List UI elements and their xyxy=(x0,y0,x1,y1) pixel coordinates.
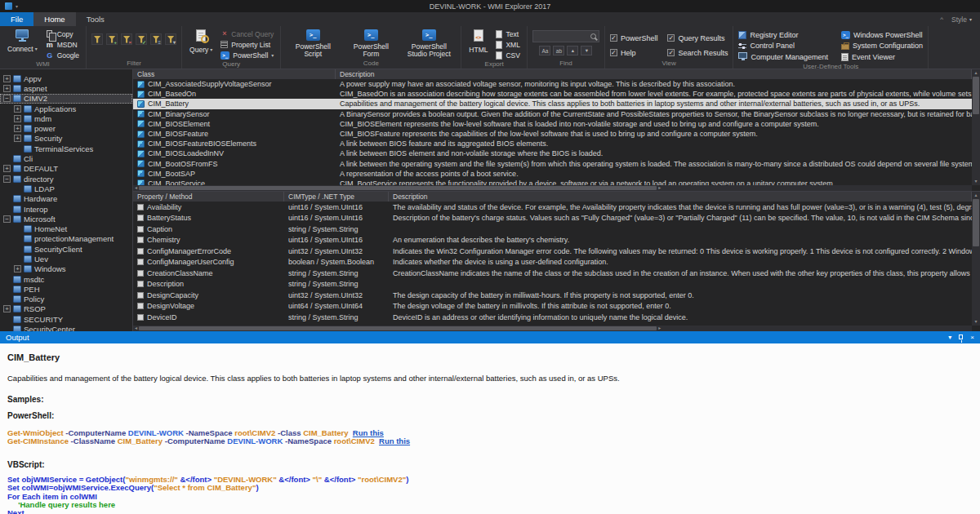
scrollbar-thumb[interactable] xyxy=(973,199,979,246)
class-row[interactable]: CIM_BIOSLoadedInNVA link between BIOS el… xyxy=(133,148,972,158)
csv-export-button[interactable]: CSV xyxy=(494,50,521,60)
tree-item-aspnet[interactable]: +aspnet xyxy=(0,83,132,93)
view-option-query-results[interactable]: ✓Query Results xyxy=(667,32,728,44)
find-input[interactable] xyxy=(536,33,588,41)
checkbox-checked-icon[interactable]: ✓ xyxy=(610,49,617,56)
class-row[interactable]: CIM_BasedOnCIM_BasedOn is an association… xyxy=(133,89,972,99)
tree-item-power[interactable]: +power xyxy=(0,123,132,133)
expand-icon[interactable]: + xyxy=(14,105,21,113)
tool-control-panel[interactable]: Control Panel xyxy=(738,41,828,52)
tree-item-microsoft[interactable]: −Microsoft xyxy=(0,214,132,224)
property-list-vertical-scrollbar[interactable]: ▴ ▾ xyxy=(972,192,980,326)
xml-export-button[interactable]: XML xyxy=(494,39,521,50)
column-header-property-method[interactable]: Property / Method xyxy=(133,192,284,202)
class-row[interactable]: CIM_BootOSFromFSA link between the opera… xyxy=(133,159,972,169)
property-row[interactable]: CreationClassNamestring / System.StringC… xyxy=(133,268,972,279)
ribbon-collapse-icon[interactable]: ^ xyxy=(940,16,943,23)
scroll-down-icon[interactable]: ▾ xyxy=(974,318,977,326)
expand-icon[interactable]: + xyxy=(14,265,21,273)
scroll-left-icon[interactable]: ◂ xyxy=(135,185,137,191)
scrollbar-thumb[interactable] xyxy=(973,77,979,114)
tree-item-interop[interactable]: Interop xyxy=(0,204,132,214)
scroll-right-icon[interactable]: ▸ xyxy=(658,185,661,191)
collapse-icon[interactable]: − xyxy=(3,215,11,223)
expand-icon[interactable]: + xyxy=(14,135,21,142)
collapse-icon[interactable]: − xyxy=(3,175,11,183)
query-button[interactable]: Query▾ xyxy=(187,28,215,54)
apply-filter-icon[interactable] xyxy=(136,33,147,45)
connect-button[interactable]: Connect▾ xyxy=(5,28,40,53)
checkbox-checked-icon[interactable]: ✓ xyxy=(667,34,675,42)
scroll-up-icon[interactable]: ▴ xyxy=(974,192,977,199)
html-export-button[interactable]: HTML xyxy=(466,28,490,54)
collapse-icon[interactable]: − xyxy=(3,95,11,102)
tool-system-configuration[interactable]: System Configuration xyxy=(841,41,923,52)
class-row[interactable]: CIM_BIOSFeatureCIM_BIOSFeature represent… xyxy=(133,129,972,139)
tree-item-security[interactable]: +Security xyxy=(0,134,132,144)
tree-item-protectionmanagement[interactable]: protectionManagement xyxy=(0,234,132,244)
tree-item-terminalservices[interactable]: TerminalServices xyxy=(0,144,132,153)
expand-icon[interactable]: + xyxy=(14,115,21,122)
class-row[interactable]: CIM_BIOSElementCIM_BIOSElement represent… xyxy=(133,119,972,129)
tree-item-directory[interactable]: −directory xyxy=(0,174,132,184)
tree-item-default[interactable]: +DEFAULT xyxy=(0,164,132,174)
class-row[interactable]: CIM_BootSAPA representation of the acces… xyxy=(133,169,972,179)
run-this-link[interactable]: Run this xyxy=(379,436,410,445)
match-case-icon[interactable]: Aa xyxy=(539,46,550,55)
window-position-icon[interactable]: ▾ xyxy=(948,335,951,341)
tree-item-policy[interactable]: Policy xyxy=(0,295,132,304)
property-row[interactable]: BatteryStatusuint16 / System.UInt16Descr… xyxy=(133,213,972,224)
close-icon[interactable]: × xyxy=(970,335,974,341)
class-row[interactable]: CIM_BIOSFeatureBIOSElementsA link betwee… xyxy=(133,139,972,148)
filter-options-icon[interactable] xyxy=(165,33,176,45)
expand-icon[interactable]: + xyxy=(3,165,11,172)
property-row[interactable]: ConfigManagerUserConfigboolean / System.… xyxy=(133,257,972,268)
column-header-class[interactable]: Class xyxy=(133,69,336,79)
class-row[interactable]: CIM_BinarySensorA BinarySensor provides … xyxy=(133,109,972,119)
powershell-studio-project-button[interactable]: PowerShell Studio Project xyxy=(402,28,456,58)
tree-item-uev[interactable]: Uev xyxy=(0,254,132,264)
scroll-down-icon[interactable]: ▾ xyxy=(974,178,977,185)
find-search-box[interactable] xyxy=(532,30,599,42)
tool-event-viewer[interactable]: Event Viewer xyxy=(841,51,923,63)
text-export-button[interactable]: Text xyxy=(494,29,521,39)
class-list-vertical-scrollbar[interactable]: ▴ ▾ xyxy=(972,69,980,185)
tree-item-appv[interactable]: +Appv xyxy=(0,73,132,83)
tree-item-securityclient[interactable]: SecurityClient xyxy=(0,244,132,254)
property-row[interactable]: Descriptionstring / System.String xyxy=(133,279,972,290)
tree-item-cli[interactable]: Cli xyxy=(0,153,132,163)
expand-icon[interactable]: + xyxy=(3,85,11,92)
style-selector[interactable]: Style ▾ xyxy=(951,16,972,24)
tree-item-hardware[interactable]: Hardware xyxy=(0,194,132,204)
column-header-description[interactable]: Description xyxy=(389,192,972,202)
scrollbar-thumb[interactable] xyxy=(139,326,657,330)
scrollbar-thumb[interactable] xyxy=(139,186,657,190)
class-list-horizontal-scrollbar[interactable]: ◂ ▸ xyxy=(133,185,972,191)
expand-icon[interactable]: + xyxy=(3,305,11,312)
powershell-menu-button[interactable]: PowerShell▾ xyxy=(219,50,275,60)
powershell-form-button[interactable]: PowerShell Form xyxy=(344,28,398,58)
scroll-up-icon[interactable]: ▴ xyxy=(974,69,977,77)
class-row[interactable]: CIM_BatteryCapabilities and management o… xyxy=(133,99,972,109)
tree-item-ldap[interactable]: LDAP xyxy=(0,184,132,193)
tool-registry-editor[interactable]: Registry Editor xyxy=(738,29,828,41)
tree-item-mdm[interactable]: +mdm xyxy=(0,113,132,123)
property-list-horizontal-scrollbar[interactable]: ◂ ▸ xyxy=(133,326,972,331)
property-row[interactable]: ConfigManagerErrorCodeuint32 / System.UI… xyxy=(133,246,972,257)
tree-item-securitycenter[interactable]: SecurityCenter xyxy=(0,324,132,331)
view-option-search-results[interactable]: ✓Search Results xyxy=(667,47,728,59)
checkbox-checked-icon[interactable]: ✓ xyxy=(667,49,675,56)
run-this-link[interactable]: Run this xyxy=(353,428,384,437)
powershell-script-button[interactable]: PowerShell Script xyxy=(286,28,340,58)
tool-computer-management[interactable]: Computer Management xyxy=(738,51,828,63)
scroll-left-icon[interactable]: ◂ xyxy=(135,326,137,331)
clear-filter-icon[interactable] xyxy=(121,33,132,45)
property-row[interactable]: DesignVoltageuint64 / System.UInt64The d… xyxy=(133,301,972,312)
tool-windows-powershell[interactable]: Windows PowerShell xyxy=(841,29,923,41)
tree-item-rsop[interactable]: +RSOP xyxy=(0,304,132,314)
pin-icon[interactable] xyxy=(959,335,963,339)
tab-file[interactable]: File xyxy=(0,12,33,26)
property-row[interactable]: DesignCapacityuint32 / System.UInt32The … xyxy=(133,290,972,301)
cancel-query-button[interactable]: ×Cancel Query xyxy=(219,29,275,39)
scroll-right-icon[interactable]: ▸ xyxy=(658,326,661,331)
